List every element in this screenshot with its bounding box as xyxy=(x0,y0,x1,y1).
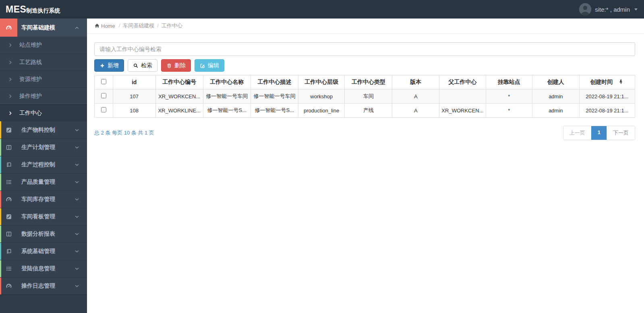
group-color-stripe xyxy=(0,260,1,277)
search-icon xyxy=(133,63,139,68)
chevron-down-icon xyxy=(74,127,80,133)
search-input[interactable] xyxy=(94,42,635,56)
table-row: 107XR_WORKCEN...修一智能一号车间修一智能一号车间workshop… xyxy=(95,89,635,104)
list-icon xyxy=(6,265,12,272)
dashboard-icon xyxy=(6,283,12,289)
sidebar-item-工艺路线[interactable]: 工艺路线 xyxy=(0,54,87,70)
book-icon xyxy=(6,162,12,168)
column-header-工作中心层级: 工作中心层级 xyxy=(298,75,344,89)
dashboard-icon xyxy=(6,196,12,203)
sidebar-item-资源维护[interactable]: 资源维护 xyxy=(0,70,87,87)
row-checkbox[interactable] xyxy=(101,107,106,112)
table-cell: workshop xyxy=(298,89,344,104)
sidebar-group-label: 生产计划管理 xyxy=(21,144,74,151)
sidebar-group-操作日志管理[interactable]: 操作日志管理 xyxy=(0,277,87,294)
pagination-prev-button[interactable]: 上一页 xyxy=(563,126,591,140)
sidebar-group-workshop-modeling[interactable]: 车间基础建模 xyxy=(0,19,87,37)
workcenter-table: id工作中心编号工作中心名称工作中心描述工作中心层级工作中心类型版本父工作中心挂… xyxy=(94,75,635,118)
pencil-icon xyxy=(6,214,12,220)
column-header-工作中心类型: 工作中心类型 xyxy=(345,75,392,89)
sidebar-item-站点维护[interactable]: 站点维护 xyxy=(0,37,87,54)
column-header-工作中心编号: 工作中心编号 xyxy=(155,75,203,89)
sidebar-group-系统基础管理[interactable]: 系统基础管理 xyxy=(0,243,87,260)
plus-icon xyxy=(99,63,105,68)
column-header-工作中心名称: 工作中心名称 xyxy=(203,75,251,89)
main-content: Home /车间基础建模/工作中心 新增检索删除编辑 id工作中心编号工作中心名… xyxy=(87,19,644,313)
user-menu[interactable]: site:* , admin xyxy=(579,3,638,15)
table-cell xyxy=(439,89,486,104)
select-all-checkbox[interactable] xyxy=(101,79,106,84)
columns-icon xyxy=(6,231,12,237)
sidebar-item-label: 资源维护 xyxy=(19,76,42,83)
chevron-down-icon xyxy=(74,162,80,168)
breadcrumb-separator: / xyxy=(119,23,120,29)
pin-icon[interactable] xyxy=(618,79,624,86)
检索-button[interactable]: 检索 xyxy=(128,59,157,72)
sidebar-group-车间看板管理[interactable]: 车间看板管理 xyxy=(0,208,87,225)
user-label: site:* , admin xyxy=(595,6,630,13)
column-header-创建时间: 创建时间 xyxy=(579,75,635,89)
chevron-down-icon xyxy=(74,283,80,289)
sidebar-item-工作中心[interactable]: 工作中心 xyxy=(0,104,87,121)
sidebar-group-生产物料控制[interactable]: 生产物料控制 xyxy=(0,121,87,139)
sidebar-group-生产过程控制[interactable]: 生产过程控制 xyxy=(0,156,87,173)
sidebar-group-label: 登陆信息管理 xyxy=(21,265,74,272)
table-cell: XR_WORKCEN... xyxy=(155,89,203,104)
pin-icon xyxy=(618,79,624,85)
table-cell: admin xyxy=(532,104,579,118)
sidebar-item-操作维护[interactable]: 操作维护 xyxy=(0,87,87,104)
sidebar-group-产品质量管理[interactable]: 产品质量管理 xyxy=(0,173,87,191)
sidebar-group-车间库存管理[interactable]: 车间库存管理 xyxy=(0,191,87,208)
avatar xyxy=(579,3,591,15)
column-header-创建人: 创建人 xyxy=(532,75,579,89)
column-header-id: id xyxy=(113,75,155,89)
table-cell: XR_WORKCEN... xyxy=(439,104,486,118)
row-checkbox[interactable] xyxy=(101,93,106,98)
button-label: 新增 xyxy=(108,62,119,69)
select-all-header-cell xyxy=(95,75,113,89)
trash-icon xyxy=(166,63,172,68)
新增-button[interactable]: 新增 xyxy=(94,59,124,72)
sidebar-group-label: 车间基础建模 xyxy=(21,24,74,31)
sidebar-item-label: 工艺路线 xyxy=(19,59,42,66)
button-label: 编辑 xyxy=(208,62,219,69)
table-cell: 修一智能一号车间 xyxy=(203,89,251,104)
book-icon xyxy=(6,248,12,255)
table-cell: A xyxy=(392,104,439,118)
chevron-right-icon xyxy=(8,42,13,48)
sidebar-item-label: 操作维护 xyxy=(19,93,42,100)
sidebar-group-登陆信息管理[interactable]: 登陆信息管理 xyxy=(0,260,87,277)
删除-button[interactable]: 删除 xyxy=(161,59,191,72)
table-footer: 总 2 条 每页 10 条 共 1 页 上一页 1 下一页 xyxy=(94,126,635,140)
pencil-icon xyxy=(6,127,12,133)
table-cell: 2022-08-19 21:1... xyxy=(579,104,635,118)
breadcrumb-link[interactable]: 车间基础建模 xyxy=(123,23,154,29)
table-cell: production_line xyxy=(298,104,344,118)
group-color-stripe xyxy=(0,208,1,225)
breadcrumb-home[interactable]: Home xyxy=(94,23,115,29)
page-body: 新增检索删除编辑 id工作中心编号工作中心名称工作中心描述工作中心层级工作中心类… xyxy=(87,34,644,140)
table-cell: 2022-08-19 21:1... xyxy=(579,89,635,104)
pagination-page-1-button[interactable]: 1 xyxy=(591,126,607,140)
table-cell: * xyxy=(486,104,532,118)
column-header-版本: 版本 xyxy=(392,75,439,89)
chevron-up-icon xyxy=(74,25,80,31)
button-label: 检索 xyxy=(141,62,152,69)
group-color-stripe xyxy=(0,226,1,243)
group-color-stripe xyxy=(0,121,1,139)
chevron-right-icon xyxy=(8,110,13,116)
chevron-right-icon xyxy=(8,60,13,65)
edit-icon xyxy=(200,63,205,68)
pagination-next-button[interactable]: 下一页 xyxy=(607,126,635,140)
编辑-button[interactable]: 编辑 xyxy=(195,59,224,72)
table-cell: A xyxy=(392,89,439,104)
table-cell: 107 xyxy=(113,89,155,104)
sidebar-group-数据分析报表[interactable]: 数据分析报表 xyxy=(0,225,87,243)
sidebar-group-生产计划管理[interactable]: 生产计划管理 xyxy=(0,139,87,156)
group-color-stripe xyxy=(0,139,1,156)
app-logo[interactable]: MES制造执行系统 xyxy=(6,4,60,15)
sidebar-group-label: 生产过程控制 xyxy=(21,161,74,168)
group-color-stripe xyxy=(0,156,1,173)
table-cell: 产线 xyxy=(345,104,392,118)
chevron-down-icon xyxy=(74,179,80,185)
